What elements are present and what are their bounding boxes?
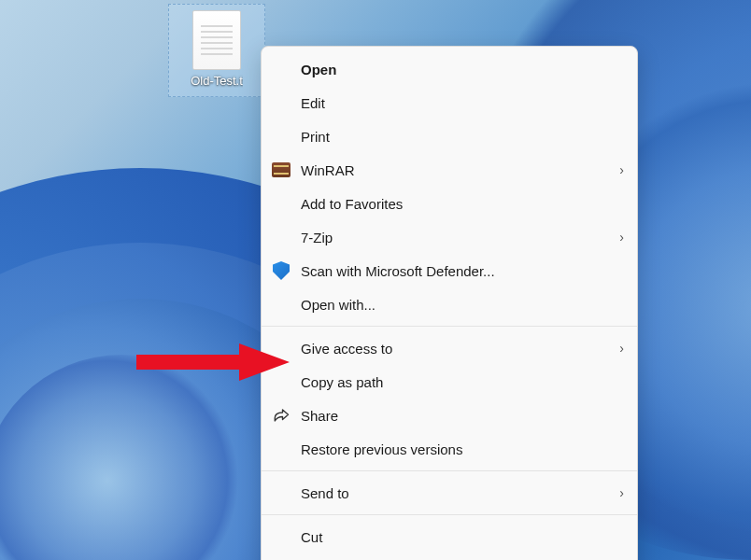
chevron-right-icon: › — [619, 162, 624, 177]
menu-item-label: Send to — [301, 485, 608, 501]
menu-item-label: Print — [301, 129, 624, 145]
menu-item-scan-defender[interactable]: Scan with Microsoft Defender... — [262, 254, 637, 287]
blank-icon — [271, 526, 291, 547]
blank-icon — [271, 294, 291, 315]
blank-icon — [271, 227, 291, 247]
menu-item-label: Restore previous versions — [301, 441, 624, 457]
menu-item-label: WinRAR — [301, 162, 608, 178]
menu-item-label: Give access to — [301, 341, 608, 357]
menu-item-give-access[interactable]: Give access to › — [262, 331, 637, 365]
menu-item-print[interactable]: Print — [262, 119, 637, 153]
blank-icon — [271, 126, 291, 147]
blank-icon — [271, 371, 291, 392]
blank-icon — [271, 338, 291, 358]
desktop[interactable]: Old-Test.t Open Edit Print WinRAR › Add … — [0, 0, 751, 560]
menu-item-share[interactable]: Share — [262, 399, 637, 432]
menu-separator — [262, 326, 637, 327]
file-label: Old-Test.t — [191, 74, 243, 88]
context-menu: Open Edit Print WinRAR › Add to Favorite… — [261, 46, 638, 560]
chevron-right-icon: › — [619, 230, 624, 245]
winrar-icon — [271, 160, 291, 180]
menu-item-label: Share — [301, 408, 624, 424]
menu-item-label: Open with... — [301, 297, 624, 313]
shield-icon — [271, 260, 291, 281]
menu-item-label: 7-Zip — [301, 230, 608, 245]
menu-item-copy[interactable]: Copy — [262, 553, 637, 560]
chevron-right-icon: › — [619, 485, 624, 500]
bg-swirl — [0, 355, 262, 560]
menu-item-send-to[interactable]: Send to › — [262, 476, 637, 510]
menu-separator — [262, 514, 637, 515]
menu-item-label: Add to Favorites — [301, 196, 624, 212]
text-file-icon — [192, 10, 241, 70]
share-icon — [271, 405, 291, 426]
menu-item-winrar[interactable]: WinRAR › — [262, 153, 637, 187]
blank-icon — [271, 59, 291, 79]
blank-icon — [271, 193, 291, 214]
menu-item-copy-as-path[interactable]: Copy as path — [262, 365, 637, 399]
blank-icon — [271, 92, 291, 113]
menu-item-open[interactable]: Open — [262, 52, 637, 86]
menu-item-label: Edit — [301, 95, 624, 111]
menu-item-edit[interactable]: Edit — [262, 86, 637, 119]
menu-item-7zip[interactable]: 7-Zip › — [262, 220, 637, 254]
menu-item-add-to-favorites[interactable]: Add to Favorites — [262, 187, 637, 220]
blank-icon — [271, 483, 291, 503]
menu-item-open-with[interactable]: Open with... — [262, 287, 637, 321]
menu-item-cut[interactable]: Cut — [262, 520, 637, 553]
blank-icon — [271, 439, 291, 459]
menu-item-restore-previous[interactable]: Restore previous versions — [262, 432, 637, 466]
menu-separator — [262, 470, 637, 471]
menu-item-label: Cut — [301, 529, 624, 545]
menu-item-label: Scan with Microsoft Defender... — [301, 263, 624, 279]
menu-item-label: Copy as path — [301, 374, 624, 390]
desktop-file-selected[interactable]: Old-Test.t — [168, 4, 265, 97]
chevron-right-icon: › — [619, 341, 624, 356]
menu-item-label: Open — [301, 62, 624, 77]
